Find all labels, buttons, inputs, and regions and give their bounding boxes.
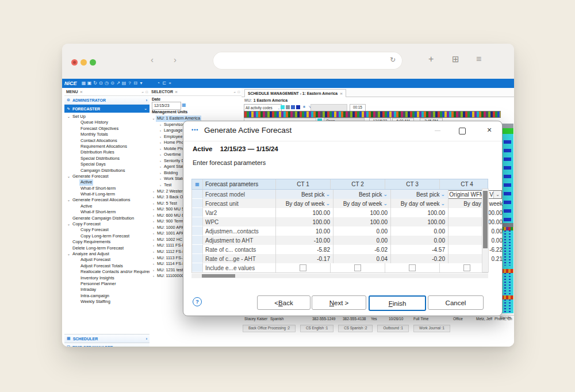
include-values-checkbox[interactable] <box>354 264 361 271</box>
tree-chevron-icon[interactable]: ⌄ <box>66 197 71 203</box>
menu-tree-item[interactable]: ⌄ Generate Forecast Allocations <box>64 197 150 203</box>
menu-tree-item[interactable]: Copy Long-term Forecast <box>64 233 150 239</box>
value-cell[interactable]: 100.00 <box>334 208 391 217</box>
value-cell[interactable]: 100.00 <box>276 217 334 226</box>
tree-chevron-icon[interactable]: › <box>158 176 163 182</box>
value-cell[interactable]: 100.00 <box>448 217 505 226</box>
menu-tree-item[interactable]: Monthly Totals <box>64 132 150 137</box>
sidebar-item-time-off-manager[interactable]: ⊟ TIME OFF MANAGER › <box>64 343 150 347</box>
tree-chevron-icon[interactable]: › <box>151 189 156 195</box>
dialog-minimize-icon[interactable] <box>435 130 440 131</box>
reports-icon[interactable]: ▤ <box>121 79 127 88</box>
tree-chevron-icon[interactable]: ⌄ <box>66 221 71 227</box>
launch-icon[interactable]: ↗ <box>116 79 121 88</box>
history-icon[interactable]: ◷ <box>104 79 110 88</box>
tree-chevron-icon[interactable]: ⌄ <box>66 114 71 120</box>
menu-tree-item[interactable]: Distribution Rules <box>64 149 150 155</box>
menu-tree-item[interactable]: Intraday <box>64 287 150 293</box>
menu-tree-item[interactable]: Copy Requirements <box>64 239 150 245</box>
next-button[interactable]: Next > <box>312 295 366 310</box>
forecast-unit-dropdown[interactable]: By day of week⌄ <box>276 199 334 208</box>
tree-chevron-icon[interactable]: › <box>158 140 163 146</box>
menu-tree-item[interactable]: ⌄ Analyze and Adjust <box>64 251 150 257</box>
forecast-model-dropdown[interactable]: Best pick⌄ <box>391 190 448 199</box>
tree-chevron-icon[interactable]: › <box>151 255 156 262</box>
cancel-button[interactable]: Cancel <box>428 295 484 310</box>
finish-button[interactable]: Finish <box>369 295 426 311</box>
chevron-down-icon[interactable]: ⌄ <box>493 191 501 198</box>
browser-back-icon[interactable]: ‹ <box>151 55 154 64</box>
clock-icon[interactable]: ◔ <box>156 79 162 88</box>
back-button[interactable]: < Back <box>257 295 310 310</box>
reload-icon[interactable]: ↻ <box>390 56 396 64</box>
value-cell[interactable]: 100.00 <box>334 217 391 226</box>
calendar-icon[interactable]: ▦ <box>182 102 186 107</box>
search-icon[interactable]: ⊙ <box>110 79 116 88</box>
value-cell[interactable]: -6.02 <box>334 245 391 254</box>
menu-tree-item[interactable]: Reallocate Contacts and/or Requirements <box>64 269 150 275</box>
url-bar[interactable]: ↻ <box>213 52 402 70</box>
value-cell[interactable]: 0.00 <box>334 226 391 236</box>
tree-chevron-icon[interactable]: › <box>158 128 163 134</box>
pin-icon[interactable]: ≍ <box>80 90 83 94</box>
sidebar-item-administrator[interactable]: ⊙ ADMINISTRATOR › <box>64 96 150 105</box>
tree-chevron-icon[interactable]: › <box>158 146 163 152</box>
tree-chevron-icon[interactable]: ⌄ <box>66 251 71 257</box>
value-cell[interactable]: -0.20 <box>391 254 448 263</box>
dock-icon[interactable]: ⌐ <box>234 90 236 94</box>
menu-tree-item[interactable]: Generate Campaign Distribution <box>64 216 150 221</box>
tree-chevron-icon[interactable]: › <box>151 237 156 243</box>
tree-chevron-icon[interactable]: › <box>151 273 156 279</box>
tree-chevron-icon[interactable]: ⌄ <box>66 174 71 179</box>
forecast-unit-dropdown[interactable]: By day of week⌄ <box>334 199 391 208</box>
tree-chevron-icon[interactable]: › <box>151 243 156 249</box>
menu-tree-item[interactable]: What-if Long-term <box>64 191 150 197</box>
menu-tree-item[interactable]: What-if Short-term <box>64 186 150 191</box>
close-icon[interactable]: × <box>167 79 173 88</box>
menu-tree-item[interactable]: ⌄ Copy Forecast <box>64 221 150 227</box>
tree-chevron-icon[interactable]: › <box>151 201 156 207</box>
menu-tree-item[interactable]: Special Days <box>64 162 150 167</box>
tree-chevron-icon[interactable]: › <box>151 218 156 225</box>
url-input[interactable] <box>221 55 378 67</box>
tab-pin-icon[interactable]: ≍ <box>340 91 343 95</box>
forecast-model-combobox[interactable]: Original WFM - V ⌄ <box>448 190 502 199</box>
table-vertical-scrollbar[interactable] <box>482 189 489 272</box>
tree-chevron-icon[interactable]: › <box>158 182 163 189</box>
menu-tree-item[interactable]: Special Distributions <box>64 156 150 162</box>
help-icon[interactable]: ? <box>127 79 133 88</box>
value-cell[interactable]: -6.22 <box>448 245 505 254</box>
include-values-checkbox[interactable] <box>300 264 306 271</box>
tree-chevron-icon[interactable]: › <box>151 249 156 255</box>
value-cell[interactable]: -10.00 <box>276 236 334 245</box>
tab-schedule-management[interactable]: SCHEDULE MANAGEMENT - 1: Eastern America… <box>244 89 346 97</box>
menu-tree-item[interactable]: Active <box>64 179 150 185</box>
window-close-button[interactable] <box>71 59 78 66</box>
date-input[interactable]: 12/15/23 <box>152 102 181 110</box>
value-cell[interactable]: 0.00 <box>391 236 448 245</box>
tree-chevron-icon[interactable]: › <box>158 170 163 176</box>
menu-tree-item[interactable]: Contact Allocations <box>64 138 150 144</box>
forecast-unit-dropdown[interactable]: By day of week⌄ <box>391 199 448 208</box>
menu-tree-item[interactable]: Weekly Staffing <box>64 299 150 305</box>
value-cell[interactable]: -4.57 <box>391 245 448 254</box>
scrollbar-thumb[interactable] <box>483 191 488 248</box>
restore-icon[interactable]: □ <box>237 90 240 94</box>
tree-chevron-icon[interactable]: › <box>158 152 163 158</box>
value-cell[interactable]: 0.00 <box>334 236 391 245</box>
sidebar-item-scheduler[interactable]: ▦ SCHEDULER › <box>64 334 150 343</box>
value-cell[interactable]: -0.17 <box>276 254 334 263</box>
value-cell[interactable]: 10.00 <box>276 226 334 236</box>
value-cell[interactable]: 100.00 <box>391 217 448 226</box>
value-cell[interactable]: 100.00 <box>276 208 334 217</box>
tree-chevron-icon[interactable]: › <box>151 194 156 201</box>
window-zoom-button[interactable] <box>90 59 96 66</box>
browser-menu-icon[interactable]: ≡ <box>476 54 481 64</box>
menu-tree-item[interactable]: ⌄ Set Up <box>64 114 150 120</box>
forecast-model-dropdown[interactable]: Best pick⌄ <box>334 190 391 199</box>
value-cell[interactable]: 0.00 <box>448 236 505 245</box>
value-cell[interactable]: -5.82 <box>276 245 334 254</box>
browser-forward-icon[interactable]: › <box>174 55 177 64</box>
dialog-close-icon[interactable]: × <box>484 125 495 134</box>
tab-overview-icon[interactable]: ⊞ <box>452 54 459 64</box>
